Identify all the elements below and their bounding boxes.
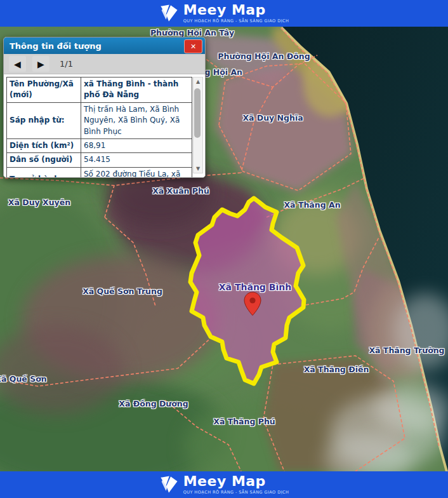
row-label: Trụ sở hành [7, 167, 81, 177]
row-label: Sáp nhập từ: [7, 102, 81, 138]
row-label: Dân số (người) [7, 153, 81, 167]
row-label: Tên Phường/Xã (mới) [7, 77, 81, 103]
object-info-popup: Thông tin đối tượng ✕ ◀ ▶ 1/1 Tên Phường… [3, 37, 206, 178]
map-label-xa-thang-phu[interactable]: Xã Thăng Phú [213, 417, 275, 426]
close-icon[interactable]: ✕ [184, 39, 202, 53]
popup-title: Thông tin đối tượng [4, 41, 102, 51]
map-label-xa-xuan-phu[interactable]: Xã Xuân Phú [152, 186, 209, 196]
table-row: Sáp nhập từ: Thị trấn Hà Lam, Xã Bình Ng… [7, 102, 192, 138]
map-label-xa-que-son-trung[interactable]: Xã Quế Sơn Trung [82, 286, 162, 296]
popup-body: Tên Phường/Xã (mới) xã Thăng Bình - thàn… [4, 74, 205, 177]
prev-arrow-icon[interactable]: ◀ [9, 56, 26, 72]
scroll-down-icon[interactable]: ▼ [194, 165, 202, 173]
table-row: Diện tích (km²) 68,91 [7, 138, 192, 152]
brand-name: Meey Map [183, 3, 266, 17]
brand-tagline: QUY HOẠCH RÕ RÀNG - SẴN SÀNG GIAO DỊCH [183, 490, 289, 495]
row-label: Diện tích (km²) [7, 138, 81, 152]
map-label-xa-thang-an[interactable]: Xã Thăng An [284, 200, 340, 210]
table-row: Trụ sở hành Số 202 đường Tiểu La, xã Thă… [7, 167, 192, 177]
pager-count: 1/1 [60, 59, 73, 69]
map-label-xa-thang-truong[interactable]: Xã Thăng Trường [369, 346, 444, 355]
popup-pager-bar: ◀ ▶ 1/1 [4, 54, 205, 74]
table-row: Dân số (người) 54.415 [7, 153, 192, 167]
footer-bar: Meey Map QUY HOẠCH RÕ RÀNG - SẴN SÀNG GI… [0, 471, 448, 498]
map-label-phuong-hoi-an-tay[interactable]: Phường Hội An Tây [150, 28, 234, 37]
row-value: Thị trấn Hà Lam, Xã Bình Nguyên, Xã Bình… [81, 102, 192, 138]
row-value: Số 202 đường Tiểu La, xã Thăng [81, 167, 192, 177]
object-info-table: Tên Phường/Xã (mới) xã Thăng Bình - thàn… [6, 77, 192, 177]
app-window: Phường Hội An Tây Phường Hội An Đông Phư… [0, 0, 448, 498]
next-arrow-icon[interactable]: ▶ [32, 56, 49, 72]
scrollbar-thumb[interactable] [194, 88, 201, 138]
map-label-xa-duy-xuyen[interactable]: Xã Duy Xuyên [8, 198, 70, 207]
meey-map-logo-icon [159, 4, 178, 23]
popup-scrollbar[interactable]: ▲ ▼ [193, 77, 203, 173]
map-label-xa-que-son[interactable]: Xã Quế Sơn [0, 374, 47, 384]
map-label-xa-dong-duong[interactable]: Xã Đồng Dương [119, 399, 188, 408]
map-label-xa-thang-binh-selected[interactable]: Xã Thăng Bình [219, 282, 291, 292]
table-row: Tên Phường/Xã (mới) xã Thăng Bình - thàn… [7, 77, 192, 103]
map-label-phuong-hoi-an-dong[interactable]: Phường Hội An Đông [218, 51, 310, 61]
map-label-xa-duy-nghia[interactable]: Xã Duy Nghĩa [242, 113, 303, 123]
row-value: 54.415 [81, 153, 192, 167]
brand-tagline: QUY HOẠCH RÕ RÀNG - SẴN SÀNG GIAO DỊCH [183, 18, 289, 24]
header-bar: Meey Map QUY HOẠCH RÕ RÀNG - SẴN SÀNG GI… [0, 0, 448, 27]
map-label-xa-thang-dien[interactable]: Xã Thăng Điền [304, 365, 369, 374]
row-value: 68,91 [81, 138, 192, 152]
row-value: xã Thăng Bình - thành phố Đà Nẵng [81, 77, 192, 103]
meey-map-logo-icon [159, 475, 178, 494]
scroll-up-icon[interactable]: ▲ [194, 77, 202, 86]
brand-name: Meey Map [183, 474, 266, 488]
popup-titlebar: Thông tin đối tượng ✕ [4, 37, 205, 54]
